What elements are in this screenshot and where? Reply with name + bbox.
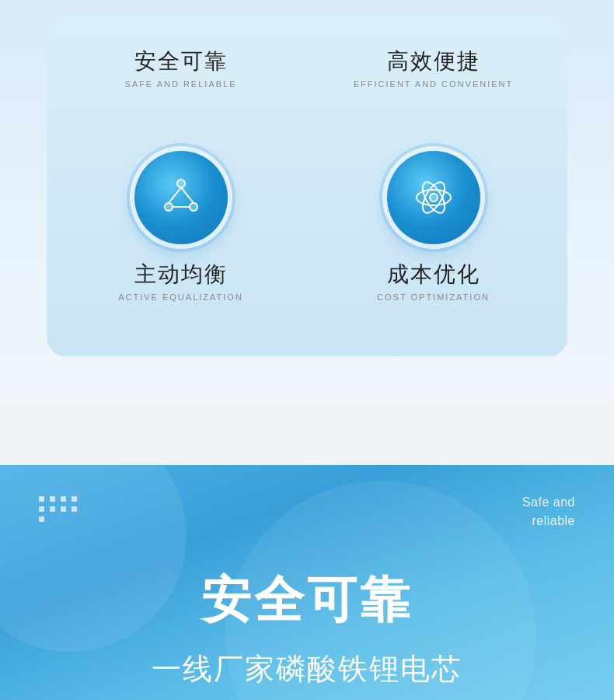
feature-safe-zh: 安全可靠 [134,47,228,76]
equalization-icon-circle [134,151,228,244]
feature-efficient-en: EFFICIENT AND CONVENIENT [354,79,513,89]
feature-efficient: 高效便捷 EFFICIENT AND CONVENIENT [315,31,552,128]
top-section: 安全可靠 SAFE AND RELIABLE 高效便捷 EFFICIENT AN… [0,0,614,403]
atom-icon [410,174,457,221]
svg-line-4 [181,187,194,203]
feature-safe-en: SAFE AND RELIABLE [124,79,236,89]
svg-point-2 [190,203,197,211]
dots-decoration [39,496,78,522]
main-title: 安全可靠 [39,566,575,634]
bottom-section: Safe and reliable 安全可靠 一线厂家磷酸铁锂电芯 [0,465,614,700]
gap-section [0,403,614,465]
svg-point-6 [430,194,438,201]
cost-icon-circle [387,151,480,244]
feature-cost-en: COST OPTIMIZATION [377,292,490,302]
feature-safe: 安全可靠 SAFE AND RELIABLE [62,31,299,128]
feature-efficient-zh: 高效便捷 [387,47,480,76]
feature-equalization-en: ACTIVE EQUALIZATION [118,292,243,302]
svg-point-1 [165,203,173,211]
features-grid: 安全可靠 SAFE AND RELIABLE 高效便捷 EFFICIENT AN… [62,31,552,341]
feature-equalization-zh: 主动均衡 [134,260,228,289]
svg-point-0 [177,180,185,187]
feature-equalization: 主动均衡 ACTIVE EQUALIZATION [62,135,299,341]
main-subtitle: 一线厂家磷酸铁锂电芯 [39,649,575,689]
safe-reliable-label: Safe and reliable [522,493,575,530]
feature-cost-zh: 成本优化 [387,260,480,289]
feature-cost: 成本优化 COST OPTIMIZATION [315,135,552,341]
features-card: 安全可靠 SAFE AND RELIABLE 高效便捷 EFFICIENT AN… [47,16,567,356]
triangle-network-icon [158,174,204,221]
svg-line-3 [169,187,181,203]
